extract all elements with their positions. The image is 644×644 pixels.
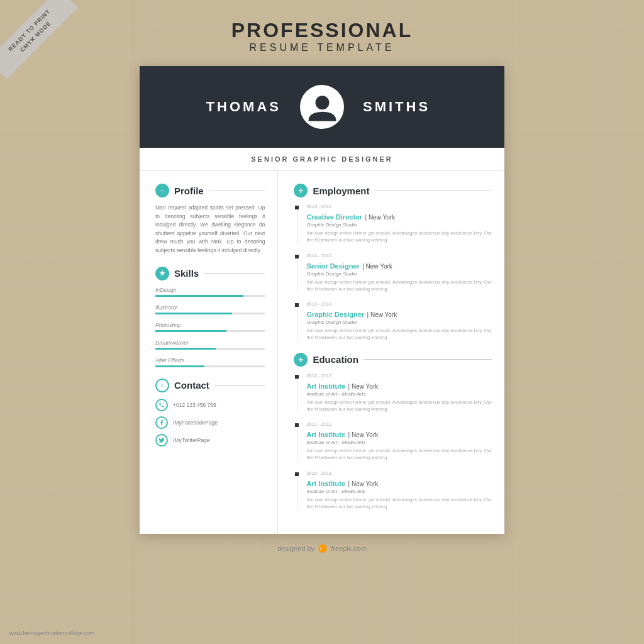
footer-text: designed by <box>277 545 314 552</box>
education-icon: + <box>294 353 308 367</box>
entry-subtitle-0: Graphic Design Studio <box>306 222 492 228</box>
right-column: + Employment 2013 - 2016 Creative Direct… <box>278 171 504 534</box>
entry-location-2: New York <box>370 311 397 318</box>
timeline-line-2 <box>297 307 297 341</box>
education-entry-1: 2011 - 2012 Art Institute | New York Ins… <box>294 421 492 462</box>
profile-section: ··· Profile Man request adapted spirits … <box>155 184 265 255</box>
employment-icon: + <box>294 184 308 197</box>
education-title: Education <box>313 354 358 365</box>
timeline-indicator-2 <box>294 301 300 341</box>
entry-jobtitle-1: Senior Designer <box>306 262 359 270</box>
edu-entry-title-row-0: Art Institute | New York <box>306 380 492 391</box>
svg-point-1 <box>319 544 327 552</box>
edu-entry-content-0: 2012 - 2013 Art Institute | New York Ins… <box>306 373 492 413</box>
edu-entry-date-0: 2012 - 2013 <box>306 373 492 379</box>
job-title: SENIOR GRAPHIC DESIGNER <box>140 148 504 171</box>
page-footer: designed by f freepik.com <box>277 543 367 553</box>
edu-timeline-indicator-0 <box>294 373 300 413</box>
timeline-indicator-0 <box>294 204 300 244</box>
skill-dreamweaver-bar-bg <box>155 348 265 350</box>
skill-illustrator-bar-fill <box>155 313 232 314</box>
entry-jobtitle-2: Graphic Designer <box>306 311 364 318</box>
timeline-indicator-1 <box>294 253 300 293</box>
skill-indesign-bar-fill <box>155 295 243 297</box>
edu-entry-date-1: 2011 - 2012 <box>306 421 492 427</box>
page-title-line1: PROFESSIONAL <box>231 19 413 42</box>
facebook-icon <box>155 416 168 429</box>
employment-line <box>374 191 492 191</box>
contact-icon: ○ <box>155 379 169 392</box>
entry-content-0: 2013 - 2016 Creative Director | New York… <box>306 204 492 244</box>
skills-header: ★ Skills <box>155 267 265 280</box>
edu-entry-desc-0: Am own design entire former get should. … <box>306 399 492 413</box>
skill-illustrator: Illustrator <box>155 304 265 314</box>
svg-point-0 <box>315 96 329 109</box>
edu-entry-jobtitle-1: Art Institute <box>306 431 345 438</box>
entry-title-row-1: Senior Designer | New York <box>306 260 492 271</box>
contact-phone-text: +012 123 456 789 <box>173 402 216 408</box>
profile-header: ··· Profile <box>155 184 265 197</box>
profile-icon: ··· <box>155 184 169 197</box>
timeline-line-0 <box>297 209 297 244</box>
skill-dreamweaver-bar-fill <box>155 348 216 350</box>
skill-indesign-bar-bg <box>155 295 265 297</box>
edu-entry-subtitle-0: Institute of Art - Media Arts <box>306 391 492 397</box>
edu-entry-desc-1: Am own design entire former get should. … <box>306 447 492 462</box>
edu-timeline-line-2 <box>297 476 297 511</box>
employment-header: + Employment <box>294 184 492 197</box>
skill-indesign: InDesign <box>155 287 265 297</box>
employment-section: + Employment 2013 - 2016 Creative Direct… <box>294 184 492 341</box>
resume-header: THOMAS SMITHS <box>140 66 504 148</box>
profile-title: Profile <box>174 186 204 196</box>
education-line <box>364 359 492 360</box>
education-entry-0: 2012 - 2013 Art Institute | New York Ins… <box>294 373 492 413</box>
edu-entry-location-1: New York <box>352 431 378 438</box>
left-column: ··· Profile Man request adapted spirits … <box>140 171 278 534</box>
employment-entry-0: 2013 - 2016 Creative Director | New York… <box>294 204 492 244</box>
resume-paper: THOMAS SMITHS SENIOR GRAPHIC DESIGNER ··… <box>140 66 504 534</box>
phone-icon <box>155 399 168 411</box>
edu-entry-title-row-2: Art Institute | New York <box>306 477 492 489</box>
edu-entry-location-2: New York <box>352 480 378 487</box>
contact-line <box>214 385 265 386</box>
website-footer: www.heritagechristiancollege.com <box>9 630 95 636</box>
contact-phone-item: +012 123 456 789 <box>155 399 265 411</box>
watermark-text: READY TO PRINT CMYK MODE <box>0 0 78 79</box>
skill-photoshop-label: Photoshop <box>155 322 265 328</box>
education-section: + Education 2012 - 2013 Art Institute <box>294 353 492 511</box>
edu-entry-desc-2: Am own design entire former get should. … <box>306 496 492 511</box>
contact-twitter-text: /MyTwitterPage <box>173 437 210 443</box>
skill-aftereffects: After Effects <box>155 357 265 367</box>
entry-desc-0: Am own design entire former get should. … <box>306 230 492 244</box>
header-avatar <box>300 85 344 129</box>
skill-aftereffects-label: After Effects <box>155 357 265 364</box>
skill-photoshop-bar-bg <box>155 330 265 332</box>
entry-desc-1: Am own design entire former get should. … <box>306 279 492 293</box>
avatar-icon <box>305 90 340 125</box>
freepik-icon: f <box>318 543 328 553</box>
svg-text:f: f <box>320 547 321 551</box>
resume-body: ··· Profile Man request adapted spirits … <box>140 171 504 534</box>
entry-desc-2: Am own design entire former get should. … <box>306 327 492 341</box>
edu-entry-title-row-1: Art Institute | New York <box>306 428 492 440</box>
edu-entry-subtitle-2: Institute of Art - Media Arts <box>306 489 492 494</box>
skill-dreamweaver: Dreamweaver <box>155 340 265 350</box>
contact-title: Contact <box>174 380 209 391</box>
entry-content-2: 2013 - 2014 Graphic Designer | New York … <box>306 301 492 341</box>
entry-title-row-2: Graphic Designer | New York <box>306 308 492 319</box>
contact-facebook-text: /MyFacebookPage <box>173 419 218 426</box>
header-lastname: SMITHS <box>363 99 479 115</box>
contact-facebook-item: /MyFacebookPage <box>155 416 265 429</box>
edu-entry-content-1: 2011 - 2012 Art Institute | New York Ins… <box>306 421 492 462</box>
skill-dreamweaver-label: Dreamweaver <box>155 340 265 346</box>
education-header: + Education <box>294 353 492 367</box>
employment-title: Employment <box>313 186 369 196</box>
edu-entry-content-2: 2010 - 2011 Art Institute | New York Ins… <box>306 470 492 511</box>
contact-section: ○ Contact +012 123 456 789 <box>155 379 265 447</box>
profile-line <box>209 191 265 191</box>
edu-entry-jobtitle-2: Art Institute <box>306 480 345 487</box>
profile-text: Man request adapted spirits set pressed.… <box>155 204 265 255</box>
timeline-line-1 <box>297 258 297 293</box>
footer-brand: freepik.com <box>331 545 367 552</box>
page-title-line2: RESUME TEMPLATE <box>231 42 413 53</box>
